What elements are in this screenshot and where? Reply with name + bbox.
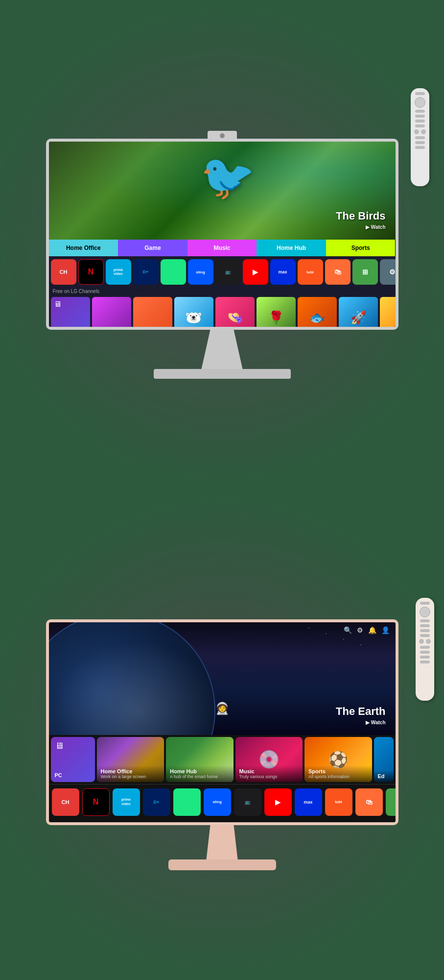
pc-icon-bottom: 🖥 (55, 741, 91, 751)
app-icon-hulu-bottom[interactable]: hulu (173, 788, 201, 816)
thumb-row-top: 🖥 PC 🐻‍❄️ 👒 🌹 🐟 🚀 (49, 295, 396, 330)
app-icon-sling-bottom[interactable]: sling (204, 788, 231, 816)
remote-btn-3 (415, 115, 425, 118)
thumb-6[interactable]: 🐟 (298, 297, 337, 330)
search-icon-bottom[interactable]: 🔍 (344, 626, 352, 634)
app-icon-settings-top[interactable]: ⚙ (380, 259, 396, 285)
sports-subtitle: All sports information (308, 774, 368, 779)
home-office-card[interactable]: Home Office Work on a large screen (97, 737, 164, 782)
app-icon-netflix-top[interactable]: N (78, 259, 104, 285)
bottom-screen: 🔍 ⚙ 🔔 👤 🧑‍🚀 The Earth Watch (46, 619, 398, 825)
app-icon-apps-bottom[interactable]: ⊞ (386, 788, 396, 816)
pc-card-top[interactable]: 🖥 PC (51, 297, 90, 330)
top-monitor: 👤 🔔 ⚙ 🔍 🐦 The Birds Watch Home Office G (46, 131, 398, 379)
pc-card-bottom[interactable]: 🖥 PC (51, 737, 95, 782)
music-overlay: Music Truly various songs (235, 765, 303, 782)
app-icon-youtube-top[interactable]: ▶ (243, 259, 268, 285)
app-row-top: CH N primevideo D+ hulu sling 📺 ▶ max tu… (49, 256, 396, 288)
app-icon-prime-top[interactable]: primevideo (106, 259, 131, 285)
app-icon-ch-top[interactable]: CH (51, 259, 76, 285)
thumb-5[interactable]: 🌹 (257, 297, 296, 330)
thumb-4[interactable]: 👒 (215, 297, 255, 330)
bell-icon-bottom[interactable]: 🔔 (368, 626, 376, 634)
sports-card[interactable]: ⚽ Sports All sports information (304, 737, 372, 782)
watch-button-top[interactable]: Watch (336, 224, 385, 230)
top-section: 👤 🔔 ⚙ 🔍 🐦 The Birds Watch Home Office G (0, 0, 444, 490)
remote-bottom (416, 598, 434, 701)
remote-small-1[interactable] (414, 129, 419, 134)
remote-btn-1 (415, 92, 425, 95)
app-icon-prime-bottom[interactable]: primevideo (113, 788, 140, 816)
tab-home-office-top[interactable]: Home Office (49, 240, 118, 256)
free-channels-label: Free on LG Channels (49, 288, 396, 295)
top-screen: 👤 🔔 ⚙ 🔍 🐦 The Birds Watch Home Office G (46, 139, 398, 330)
app-icon-shop-top[interactable]: 🛍 (325, 259, 351, 285)
remote-btn-7 (415, 141, 425, 144)
app-icon-max-bottom[interactable]: max (295, 788, 322, 816)
hero-top: 🐦 The Birds Watch (49, 142, 396, 240)
extra-card[interactable]: Ed (374, 737, 394, 782)
app-icon-appletv-bottom[interactable]: 📺 (234, 788, 261, 816)
sports-title: Sports (308, 768, 368, 774)
tab-sports-top[interactable]: Sports (326, 240, 396, 256)
app-icon-disney-bottom[interactable]: D+ (143, 788, 170, 816)
hero-bottom: 🧑‍🚀 The Earth Watch (49, 622, 396, 735)
app-icon-youtube-bottom[interactable]: ▶ (264, 788, 292, 816)
sports-overlay: Sports All sports information (304, 765, 372, 782)
app-icon-hulu-top[interactable]: hulu (161, 259, 186, 285)
app-icon-tubi-top[interactable]: tubi (298, 259, 323, 285)
home-office-overlay: Home Office Work on a large screen (97, 765, 164, 782)
remote-small-b1[interactable] (419, 639, 424, 644)
astronaut: 🧑‍🚀 (215, 702, 230, 715)
thumb-8[interactable] (380, 297, 396, 330)
remote-btn-6 (415, 136, 425, 139)
watch-button-bottom[interactable]: Watch (336, 720, 385, 725)
remote-btn-b3 (420, 624, 430, 627)
tab-music-top[interactable]: Music (187, 240, 257, 256)
app-icon-tubi-bottom[interactable]: tubi (325, 788, 352, 816)
remote-nav-top[interactable] (415, 97, 425, 108)
thumb-2[interactable] (133, 297, 172, 330)
tabs-row-top: Home Office Game Music Home Hub Sports (49, 240, 396, 256)
thumb-7[interactable]: 🚀 (339, 297, 378, 330)
remote-small-b2[interactable] (426, 639, 431, 644)
tab-home-hub-top[interactable]: Home Hub (257, 240, 326, 256)
music-card[interactable]: 💿 Music Truly various songs (235, 737, 303, 782)
cards-row-bottom: 🖥 PC Home Office Work on a large screen … (49, 735, 396, 784)
app-icon-disney-top[interactable]: D+ (133, 259, 159, 285)
stand-bottom (203, 825, 242, 859)
hero-title-text-bottom: The Earth (336, 705, 385, 717)
thumb-1[interactable] (92, 297, 131, 330)
app-icon-appletv-top[interactable]: 📺 (215, 259, 241, 285)
home-hub-title: Home Hub (170, 768, 230, 774)
remote-small-2[interactable] (421, 129, 426, 134)
remote-nav-bottom[interactable] (420, 607, 430, 617)
extra-overlay: Ed (374, 770, 394, 782)
remote-btn-4 (415, 120, 425, 122)
app-icon-max-top[interactable]: max (270, 259, 296, 285)
music-subtitle: Truly various songs (239, 774, 299, 779)
base-top (154, 369, 291, 379)
app-icon-netflix-bottom[interactable]: N (82, 788, 110, 816)
app-row-bottom: CH N primevideo D+ hulu sling 📺 ▶ max tu… (49, 784, 396, 819)
tab-game-top[interactable]: Game (118, 240, 187, 256)
webcam-top (208, 131, 237, 141)
remote-btn-b7 (420, 651, 430, 654)
home-hub-card[interactable]: Home Hub A hub of the smart home (166, 737, 234, 782)
bottom-monitor: 🔍 ⚙ 🔔 👤 🧑‍🚀 The Earth Watch (46, 619, 398, 870)
remote-btn-b9 (420, 661, 430, 663)
remote-btn-b8 (420, 656, 430, 659)
thumb-3[interactable]: 🐻‍❄️ (174, 297, 213, 330)
person-icon-bottom[interactable]: 👤 (381, 626, 390, 634)
remote-btn-2 (415, 110, 425, 113)
app-icon-shop-bottom[interactable]: 🛍 (355, 788, 383, 816)
hero-title-text: The Birds (336, 210, 385, 222)
app-icon-ch-bottom[interactable]: CH (52, 788, 79, 816)
gear-icon-bottom[interactable]: ⚙ (357, 626, 363, 634)
remote-btn-b4 (420, 629, 430, 632)
remote-btn-b5 (420, 634, 430, 637)
scroll-indicator: ∨ (49, 819, 396, 825)
app-icon-sling-top[interactable]: sling (188, 259, 213, 285)
home-hub-overlay: Home Hub A hub of the smart home (166, 765, 234, 782)
app-icon-apps-top[interactable]: ⊞ (352, 259, 378, 285)
